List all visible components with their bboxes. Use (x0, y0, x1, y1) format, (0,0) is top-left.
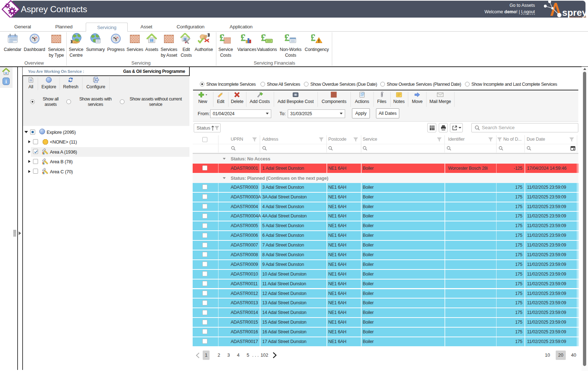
svg-text:i: i (5, 79, 7, 84)
